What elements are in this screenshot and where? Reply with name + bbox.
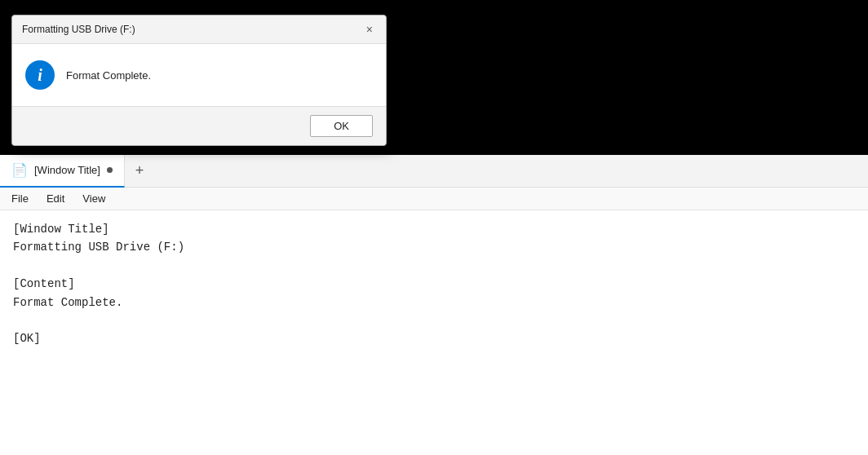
file-menu[interactable]: File	[3, 189, 37, 208]
view-menu[interactable]: View	[74, 189, 113, 208]
new-tab-button[interactable]: +	[125, 157, 154, 186]
notepad-text-area[interactable]: [Window Title] Formatting USB Drive (F:)…	[0, 210, 868, 455]
dialog-message: Format Complete.	[66, 69, 151, 82]
edit-menu[interactable]: Edit	[38, 189, 73, 208]
dialog-footer: OK	[12, 106, 386, 145]
info-icon: i	[25, 60, 55, 90]
notepad-tab-title: [Window Title]	[34, 164, 100, 176]
notepad-menubar: File Edit View	[0, 188, 868, 210]
format-complete-dialog: Formatting USB Drive (F:) × i Format Com…	[11, 15, 387, 146]
notepad-window: 📄 [Window Title] + File Edit View [Windo…	[0, 155, 868, 455]
ok-button[interactable]: OK	[310, 115, 373, 137]
dialog-close-button[interactable]: ×	[363, 22, 376, 37]
dialog-body: i Format Complete.	[12, 44, 386, 106]
notepad-titlebar: 📄 [Window Title] +	[0, 155, 868, 188]
notepad-icon: 📄	[11, 162, 28, 178]
dialog-overlay: Formatting USB Drive (F:) × i Format Com…	[0, 0, 375, 146]
dialog-titlebar: Formatting USB Drive (F:) ×	[12, 15, 386, 44]
notepad-tab[interactable]: 📄 [Window Title]	[0, 155, 125, 188]
notepad-tab-modified-dot	[107, 167, 113, 173]
dialog-title: Formatting USB Drive (F:)	[22, 24, 135, 35]
